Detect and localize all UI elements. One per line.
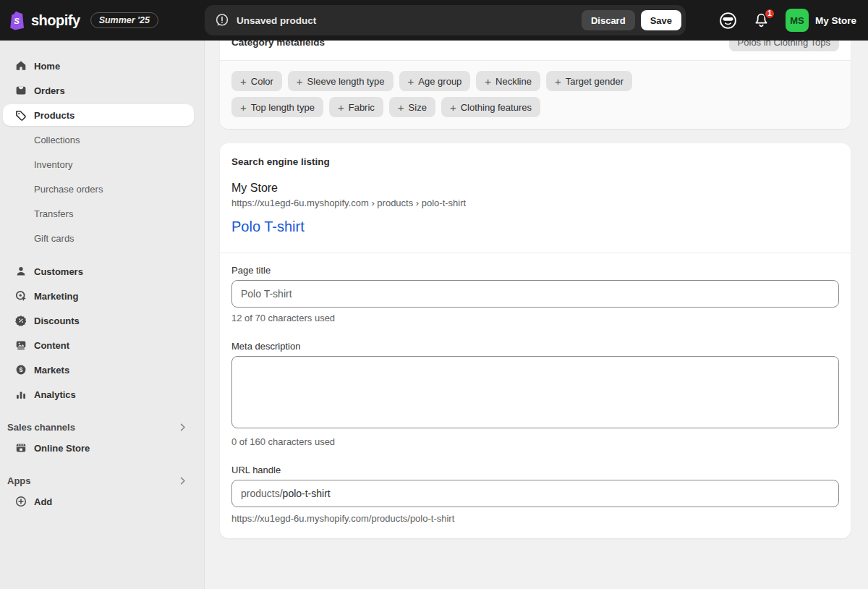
preview-store-name: My Store xyxy=(231,182,839,195)
metafield-chip-neckline[interactable]: +Neckline xyxy=(476,71,540,91)
unsaved-status-text: Unsaved product xyxy=(237,15,316,26)
save-button[interactable]: Save xyxy=(641,10,681,30)
chip-label: Sleeve length type xyxy=(307,76,385,87)
sidebar-item-label: Analytics xyxy=(34,389,76,400)
svg-text:$: $ xyxy=(19,366,22,373)
plus-icon: + xyxy=(555,76,561,87)
sidebar-item-products[interactable]: Products xyxy=(3,104,194,126)
metafield-chip-top-length-type[interactable]: +Top length type xyxy=(231,97,323,117)
metafield-chip-size[interactable]: +Size xyxy=(389,97,435,117)
sidebar-item-analytics[interactable]: Analytics xyxy=(3,384,194,405)
page-title-input[interactable] xyxy=(231,280,839,308)
url-handle-field: URL handle products/polo-t-shirt https:/… xyxy=(231,465,839,524)
meta-description-field: Meta description 0 of 160 characters use… xyxy=(231,341,839,447)
sidebar-item-online-store[interactable]: Online Store xyxy=(3,437,194,459)
globe-dollar-icon: $ xyxy=(14,364,27,376)
store-menu[interactable]: MS My Store xyxy=(786,9,856,32)
target-cursor-icon xyxy=(14,290,27,302)
metafield-chip-age-group[interactable]: +Age group xyxy=(399,71,471,91)
sidebar-item-label: Add xyxy=(34,496,52,507)
sidebar-item-label: Marketing xyxy=(34,291,78,302)
chip-label: Neckline xyxy=(495,76,532,87)
chip-label: Target gender xyxy=(566,76,624,87)
storefront-icon xyxy=(14,442,27,454)
sidebar-item-label: Discounts xyxy=(34,315,80,326)
sidebar-item-inventory[interactable]: Inventory xyxy=(3,153,194,175)
chip-label: Fabric xyxy=(349,102,375,113)
category-chip[interactable]: Polos in Clothing Tops xyxy=(729,41,839,51)
sidebar-item-label: Orders xyxy=(34,85,65,96)
circle-plus-icon xyxy=(14,496,27,508)
sidebar-item-orders[interactable]: Orders xyxy=(3,80,194,101)
section-header-label: Sales channels xyxy=(7,422,75,433)
plus-icon: + xyxy=(240,76,247,87)
sidebar-item-label: Home xyxy=(34,61,60,72)
sidebar-item-collections[interactable]: Collections xyxy=(3,129,194,151)
sidebar-item-transfers[interactable]: Transfers xyxy=(3,203,194,224)
topbar: S shopify Summer '25 Unsaved product Dis… xyxy=(0,0,868,41)
url-handle-input[interactable]: products/polo-t-shirt xyxy=(231,480,839,507)
sidebar-item-discounts[interactable]: Discounts xyxy=(3,310,194,331)
edition-badge[interactable]: Summer '25 xyxy=(90,12,158,28)
url-handle-preview: https://xu1egd-6u.myshopify.com/products… xyxy=(231,513,839,524)
sidebar-item-content[interactable]: Content xyxy=(3,334,194,356)
page-title-field: Page title 12 of 70 characters used xyxy=(231,265,839,323)
sidebar-item-label: Inventory xyxy=(34,159,72,170)
store-name: My Store xyxy=(815,15,856,26)
sidebar-item-add-app[interactable]: Add xyxy=(3,491,194,512)
sales-channels-header[interactable]: Sales channels xyxy=(3,417,194,437)
sidebar-item-label: Purchase orders xyxy=(34,184,103,195)
sidebar-item-label: Transfers xyxy=(34,208,73,219)
notifications-bell[interactable]: 1 xyxy=(753,12,770,29)
discount-badge-icon xyxy=(14,315,27,327)
seo-card-title: Search engine listing xyxy=(231,156,839,167)
preview-page-link[interactable]: Polo T-shirt xyxy=(231,219,839,235)
contextual-save-bar: Unsaved product Discard Save xyxy=(205,5,686,35)
metafield-chip-sleeve-length-type[interactable]: +Sleeve length type xyxy=(288,71,393,91)
sidebar-item-customers[interactable]: Customers xyxy=(3,260,194,282)
discard-button[interactable]: Discard xyxy=(582,10,635,30)
plus-icon: + xyxy=(450,102,456,113)
sidebar-nav: Home Orders Products Collections Invento… xyxy=(0,41,205,589)
metafield-chip-color[interactable]: +Color xyxy=(231,71,282,91)
sidebar-item-gift-cards[interactable]: Gift cards xyxy=(3,227,194,249)
shopify-logo[interactable]: S shopify Summer '25 xyxy=(0,11,196,30)
metafield-chip-fabric[interactable]: +Fabric xyxy=(329,97,383,117)
sidebar-item-label: Products xyxy=(34,110,75,121)
plus-icon: + xyxy=(408,76,414,87)
chip-label: Top length type xyxy=(251,102,315,113)
chip-label: Age group xyxy=(418,76,461,87)
tag-icon xyxy=(14,109,27,122)
media-image-icon xyxy=(14,339,27,352)
sidebar-item-marketing[interactable]: Marketing xyxy=(3,285,194,307)
sidebar-item-label: Customers xyxy=(34,266,83,277)
url-handle-value: polo-t-shirt xyxy=(283,488,331,499)
metafield-chip-clothing-features[interactable]: +Clothing features xyxy=(441,97,540,117)
apps-header[interactable]: Apps xyxy=(3,470,194,491)
sidebar-item-label: Gift cards xyxy=(34,233,75,244)
meta-description-helper: 0 of 160 characters used xyxy=(231,436,839,447)
sidebar-item-purchase-orders[interactable]: Purchase orders xyxy=(3,178,194,200)
bar-chart-icon xyxy=(14,389,27,401)
url-handle-prefix: products/ xyxy=(241,488,283,499)
metafield-chip-target-gender[interactable]: +Target gender xyxy=(546,71,632,91)
url-handle-label: URL handle xyxy=(231,465,839,475)
plus-icon: + xyxy=(338,102,344,113)
meta-description-input[interactable] xyxy=(231,356,839,428)
svg-text:S: S xyxy=(14,16,20,25)
main-content: Category metafields Polos in Clothing To… xyxy=(205,41,868,589)
page-title-helper: 12 of 70 characters used xyxy=(231,313,839,323)
chip-label: Clothing features xyxy=(461,102,532,113)
alert-bubble-icon xyxy=(215,13,229,27)
sidekick-assistant-icon[interactable] xyxy=(719,12,737,30)
metafield-chip-area: +Color +Sleeve length type +Age group +N… xyxy=(220,60,851,129)
sidebar-item-markets[interactable]: $ Markets xyxy=(3,359,194,381)
plus-icon: + xyxy=(398,102,404,113)
orders-icon xyxy=(14,85,27,97)
preview-url-breadcrumb: https://xu1egd-6u.myshopify.com › produc… xyxy=(231,198,839,208)
notification-count-badge: 1 xyxy=(764,8,775,20)
home-icon xyxy=(14,60,27,72)
search-preview: My Store https://xu1egd-6u.myshopify.com… xyxy=(231,182,839,235)
sidebar-item-home[interactable]: Home xyxy=(3,55,194,77)
store-avatar: MS xyxy=(786,9,809,32)
